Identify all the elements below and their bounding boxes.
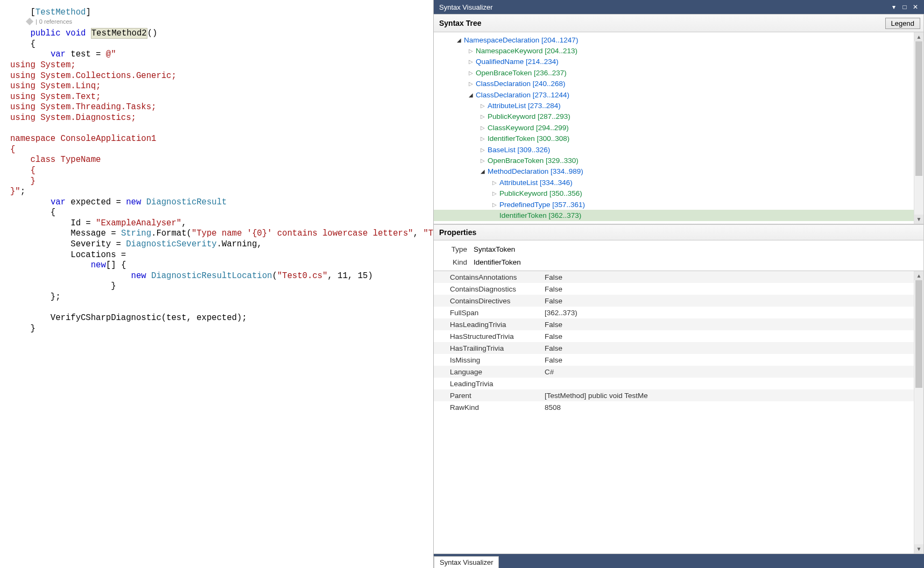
property-value: False — [542, 332, 914, 340]
property-value: 8508 — [542, 403, 914, 411]
expand-icon[interactable]: ▷ — [467, 69, 475, 76]
tree-node-label: NamespaceDeclaration [204..1247) — [464, 36, 578, 44]
tree-node-label: IdentifierToken [300..308) — [488, 134, 569, 143]
property-name: FullSpan — [434, 309, 542, 317]
panel-title: Syntax Visualizer — [439, 3, 888, 11]
tree-node-label: PublicKeyword [287..293) — [488, 112, 570, 120]
codelens-indicator[interactable]: | 0 references — [27, 18, 72, 25]
property-row[interactable]: Parent[TestMethod] public void TestMe — [434, 389, 914, 401]
property-row[interactable]: IsMissingFalse — [434, 354, 914, 366]
prop-type-value: SyntaxToken — [474, 245, 515, 253]
property-row[interactable]: HasStructuredTriviaFalse — [434, 330, 914, 342]
collapse-icon[interactable]: ◢ — [455, 36, 463, 44]
tree-node[interactable]: ◢NamespaceDeclaration [204..1247) — [434, 34, 914, 45]
property-row[interactable]: ContainsDirectivesFalse — [434, 295, 914, 307]
scroll-up-icon[interactable]: ▲ — [914, 32, 923, 41]
collapse-icon[interactable]: ◢ — [467, 91, 475, 98]
window-menu-icon[interactable]: ▾ — [888, 2, 899, 12]
legend-button[interactable]: Legend — [885, 18, 920, 29]
property-name: ContainsAnnotations — [434, 273, 542, 281]
property-row[interactable]: LanguageC# — [434, 366, 914, 378]
tree-node[interactable]: ▷OpenBraceToken [329..330) — [434, 155, 914, 166]
tree-node-label: OpenBraceToken [236..237) — [476, 69, 567, 77]
tree-node[interactable]: ▷AttributeList [334..346) — [434, 177, 914, 188]
property-value: C# — [542, 368, 914, 376]
tree-node[interactable]: ▷IdentifierToken [300..308) — [434, 133, 914, 144]
property-value: False — [542, 285, 914, 293]
tree-node-label: ClassDeclaration [240..268) — [476, 80, 566, 88]
code-editor[interactable]: | 0 references [TestMethod] public void … — [0, 0, 433, 568]
property-row[interactable]: RawKind8508 — [434, 401, 914, 413]
tree-node-label: ClassDeclaration [273..1244) — [476, 91, 569, 99]
tree-node-label: BaseList [309..326) — [488, 146, 550, 154]
tree-node[interactable]: ▷PublicKeyword [287..293) — [434, 111, 914, 122]
panel-tab-strip: Syntax Visualizer — [434, 554, 924, 568]
codelens-references[interactable]: 0 references — [39, 18, 72, 25]
expand-icon[interactable]: ▷ — [491, 179, 498, 186]
expand-icon[interactable]: ▷ — [467, 47, 475, 55]
property-name: IsMissing — [434, 356, 542, 364]
tree-node[interactable]: ▷QualifiedName [214..234) — [434, 56, 914, 67]
property-name: HasTrailingTrivia — [434, 344, 542, 352]
expand-icon[interactable]: ▷ — [467, 80, 475, 88]
prop-type-label: Type — [439, 245, 474, 253]
scroll-thumb[interactable] — [915, 280, 922, 388]
tree-node-label: QualifiedName [214..234) — [476, 58, 559, 66]
tree-node[interactable]: ▷PredefinedType [357..361) — [434, 199, 914, 210]
tree-node[interactable]: ▷ClassKeyword [294..299) — [434, 122, 914, 133]
close-icon[interactable]: ✕ — [910, 2, 921, 12]
code-text[interactable]: [TestMethod] public void TestMethod2() {… — [0, 0, 433, 334]
property-row[interactable]: HasTrailingTriviaFalse — [434, 342, 914, 354]
tree-header-title: Syntax Tree — [439, 19, 885, 27]
tree-node[interactable]: IdentifierToken [362..373) — [434, 210, 914, 221]
expand-icon[interactable]: ▷ — [491, 201, 498, 208]
tab-syntax-visualizer[interactable]: Syntax Visualizer — [434, 556, 499, 568]
tree-node-label: AttributeList [273..284) — [488, 102, 561, 110]
expand-icon[interactable]: ▷ — [491, 190, 498, 197]
tree-node[interactable]: ▷AttributeList [273..284) — [434, 100, 914, 111]
expand-icon[interactable]: ▷ — [479, 113, 486, 120]
tree-node[interactable]: ▷PublicKeyword [350..356) — [434, 188, 914, 198]
property-value: False — [542, 344, 914, 352]
properties-grid[interactable]: ContainsAnnotationsFalseContainsDiagnost… — [434, 271, 924, 554]
tree-scrollbar[interactable]: ▲ ▼ — [914, 32, 923, 224]
property-row[interactable]: FullSpan[362..373) — [434, 307, 914, 318]
property-value: False — [542, 321, 914, 329]
tree-node[interactable]: ◢MethodDeclaration [334..989) — [434, 166, 914, 177]
tree-node[interactable]: ◢ClassDeclaration [273..1244) — [434, 89, 914, 100]
tree-node-label: IdentifierToken [362..373) — [499, 211, 581, 219]
property-value: [362..373) — [542, 309, 914, 317]
tree-header: Syntax Tree Legend — [434, 14, 924, 32]
tree-node[interactable]: ▷BaseList [309..326) — [434, 144, 914, 155]
tree-node[interactable]: ▷ClassDeclaration [240..268) — [434, 79, 914, 89]
maximize-icon[interactable]: □ — [899, 2, 910, 12]
expand-icon[interactable]: ▷ — [479, 157, 486, 164]
no-expand-icon — [491, 211, 498, 219]
codelens-separator: | — [36, 18, 37, 25]
property-row[interactable]: LeadingTrivia — [434, 378, 914, 389]
expand-icon[interactable]: ▷ — [479, 124, 486, 131]
properties-summary: Type SyntaxToken Kind IdentifierToken — [434, 240, 924, 271]
expand-icon[interactable]: ▷ — [479, 102, 486, 110]
tree-node[interactable]: ▷OpenBraceToken [236..237) — [434, 67, 914, 78]
tree-node-label: OpenBraceToken [329..330) — [488, 157, 579, 165]
tree-node-label: ClassKeyword [294..299) — [488, 124, 569, 132]
property-row[interactable]: HasLeadingTriviaFalse — [434, 318, 914, 330]
expand-icon[interactable]: ▷ — [479, 146, 486, 153]
scroll-up-icon[interactable]: ▲ — [914, 271, 923, 280]
scroll-down-icon[interactable]: ▼ — [914, 215, 923, 224]
scroll-thumb[interactable] — [915, 41, 922, 176]
scroll-down-icon[interactable]: ▼ — [914, 544, 923, 553]
syntax-tree[interactable]: ◢NamespaceDeclaration [204..1247)▷Namesp… — [434, 32, 924, 224]
expand-icon[interactable]: ▷ — [467, 58, 475, 66]
props-scrollbar[interactable]: ▲ ▼ — [914, 271, 923, 553]
property-row[interactable]: ContainsAnnotationsFalse — [434, 271, 914, 283]
expand-icon[interactable]: ▷ — [479, 135, 486, 143]
property-name: HasLeadingTrivia — [434, 321, 542, 329]
prop-kind-label: Kind — [439, 258, 474, 266]
collapse-icon[interactable]: ◢ — [479, 168, 486, 175]
property-row[interactable]: ContainsDiagnosticsFalse — [434, 283, 914, 295]
tree-node[interactable]: ▷NamespaceKeyword [204..213) — [434, 45, 914, 56]
property-name: Parent — [434, 392, 542, 400]
panel-titlebar: Syntax Visualizer ▾ □ ✕ — [434, 0, 924, 14]
